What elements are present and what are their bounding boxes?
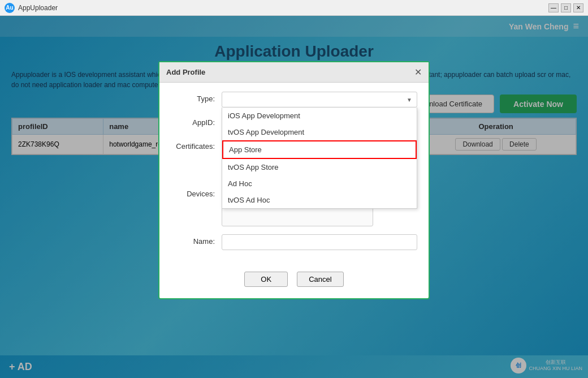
app-logo: Au	[5, 3, 15, 13]
window-controls[interactable]: — □ ✕	[548, 3, 583, 12]
app-container: Yan Wen Cheng ≡ Application Uploader App…	[0, 16, 588, 378]
modal-title: Add Profile	[166, 68, 205, 76]
ok-button[interactable]: OK	[244, 272, 288, 287]
option-tvos-dev[interactable]: tvOS App Development	[222, 124, 417, 140]
modal-title-bar: Add Profile ✕	[159, 62, 429, 83]
title-bar: Au AppUploader — □ ✕	[0, 0, 588, 16]
close-button[interactable]: ✕	[573, 3, 583, 12]
type-dropdown-wrapper: ▼ iOS App Development tvOS App Developme…	[222, 92, 417, 108]
option-tvos-store[interactable]: tvOS App Store	[222, 159, 417, 175]
option-ad-hoc[interactable]: Ad Hoc	[222, 175, 417, 192]
modal-body: Type: ▼ iOS App Development tvOS App Dev…	[159, 83, 429, 267]
devices-label: Devices:	[171, 187, 222, 198]
type-dropdown-popup: iOS App Development tvOS App Development…	[222, 108, 417, 209]
app-name: AppUploader	[18, 4, 58, 12]
name-row: Name:	[171, 234, 417, 250]
option-app-store[interactable]: App Store	[222, 140, 417, 159]
modal-footer: OK Cancel	[159, 267, 429, 287]
type-label: Type:	[171, 92, 222, 103]
certificates-label: Certificates:	[171, 139, 222, 151]
name-label: Name:	[171, 234, 222, 246]
option-tvos-ad-hoc[interactable]: tvOS Ad Hoc	[222, 192, 417, 208]
modal-overlay: Add Profile ✕ Type: ▼ iOS App Devel	[0, 16, 588, 378]
type-select[interactable]: ▼	[222, 92, 417, 108]
minimize-button[interactable]: —	[548, 3, 559, 12]
modal-close-button[interactable]: ✕	[414, 67, 422, 78]
name-input[interactable]	[222, 234, 417, 250]
dropdown-arrow-icon: ▼	[407, 97, 412, 103]
maximize-button[interactable]: □	[561, 3, 571, 12]
add-profile-dialog: Add Profile ✕ Type: ▼ iOS App Devel	[158, 61, 430, 299]
cancel-button[interactable]: Cancel	[297, 272, 343, 287]
type-row: Type: ▼ iOS App Development tvOS App Dev…	[171, 92, 417, 108]
appid-label: AppID:	[171, 115, 222, 127]
option-ios-dev[interactable]: iOS App Development	[222, 108, 417, 124]
